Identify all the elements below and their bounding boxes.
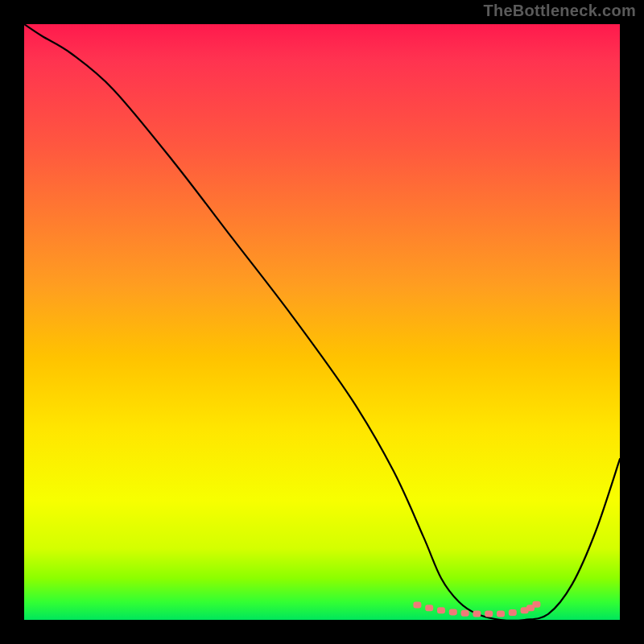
optimal-band-dot bbox=[461, 610, 469, 617]
optimal-band-dot bbox=[509, 609, 517, 616]
watermark-text: TheBottleneck.com bbox=[483, 2, 636, 20]
optimal-band-dots bbox=[413, 601, 540, 617]
optimal-band-dot bbox=[532, 601, 540, 608]
plot-area bbox=[24, 24, 620, 620]
optimal-band-dot bbox=[497, 611, 505, 617]
optimal-band-dot bbox=[449, 609, 457, 615]
chart-frame: TheBottleneck.com bbox=[0, 0, 644, 644]
bottleneck-curve-path bbox=[24, 24, 620, 620]
optimal-band-dot bbox=[437, 607, 445, 613]
optimal-band-dot bbox=[413, 602, 421, 609]
optimal-band-dot bbox=[485, 611, 493, 617]
optimal-band-dot bbox=[473, 611, 481, 617]
chart-svg bbox=[24, 24, 620, 620]
optimal-band-dot bbox=[425, 605, 433, 611]
